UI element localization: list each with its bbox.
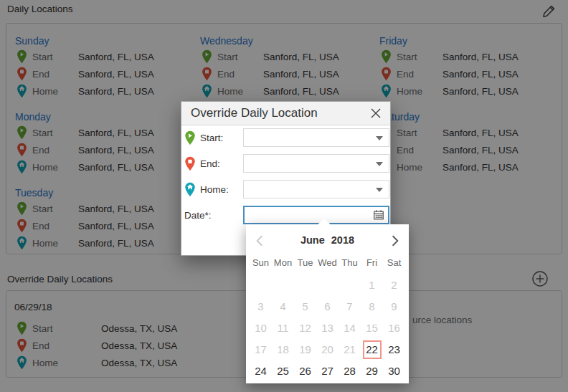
calendar-day-cell: 8 <box>361 296 383 317</box>
calendar-day-number: 26 <box>296 362 315 381</box>
calendar-day-number: 17 <box>252 340 270 359</box>
calendar-day-cell: 11 <box>272 317 294 339</box>
calendar-week-row: 10111213141516 <box>250 317 405 339</box>
home-dropdown[interactable] <box>243 180 389 199</box>
x-icon <box>369 110 382 122</box>
calendar-day-cell[interactable]: 28 <box>339 360 361 382</box>
start-field-label: Start: <box>200 133 223 143</box>
calendar-day-number: 21 <box>341 340 359 359</box>
next-month-button[interactable] <box>390 234 400 247</box>
calendar-week-row: 24252627282930 <box>250 360 405 382</box>
calendar-day-name: Fri <box>361 257 383 268</box>
calendar-day-cell: 14 <box>339 317 361 339</box>
calendar-day-cell: 6 <box>316 296 339 317</box>
calendar-day-number: 4 <box>274 297 293 316</box>
map-pin-end-icon <box>184 156 196 171</box>
home-field-row: Home: <box>181 180 390 199</box>
calendar-day-number: 19 <box>296 340 315 359</box>
screen: Daily Locations Sunday Start Sanford, FL… <box>0 0 568 392</box>
map-pin-stop-icon <box>184 156 196 171</box>
calendar-day-cell[interactable]: 29 <box>361 360 383 382</box>
calendar-grid: 1234567891011121314151617181920212223242… <box>250 274 405 382</box>
calendar-day-cell: 2 <box>383 274 405 296</box>
calendar-day-cell: 9 <box>383 296 405 317</box>
calendar-day-cell: 15 <box>361 317 383 339</box>
chevron-down-icon <box>376 136 383 140</box>
calendar-day-cell: 1 <box>361 274 383 296</box>
calendar-day-cell: 18 <box>272 339 294 360</box>
calendar-day-number: 23 <box>385 340 404 359</box>
chevron-down-icon <box>376 162 383 166</box>
calendar-day-cell: 13 <box>316 317 339 339</box>
calendar-day-number: 16 <box>385 319 404 338</box>
calendar-day-cell: 5 <box>294 296 316 317</box>
calendar-day-cell: 20 <box>316 339 339 360</box>
date-picker-popup: June2018 SunMonTueWedThuFriSat 123456789… <box>246 224 409 383</box>
calendar-day-cell: 21 <box>339 339 361 360</box>
calendar-day-cell[interactable]: 25 <box>272 360 294 382</box>
calendar-day-cell: 10 <box>250 317 272 339</box>
start-dropdown[interactable] <box>243 128 389 147</box>
date-input[interactable] <box>243 206 389 224</box>
start-field-row: Start: <box>181 128 390 147</box>
calendar-day-number: 30 <box>385 362 404 381</box>
calendar-empty-cell <box>316 274 339 296</box>
calendar-month-year: June2018 <box>246 234 409 246</box>
calendar-day-number: 29 <box>363 362 382 381</box>
calendar-day-name: Sat <box>383 257 405 268</box>
calendar-day-number: 13 <box>318 319 337 338</box>
end-field-row: End: <box>181 154 390 173</box>
end-dropdown[interactable] <box>243 154 389 173</box>
calendar-day-number: 5 <box>296 297 315 316</box>
calendar-day-cell[interactable]: 23 <box>383 339 405 360</box>
calendar-day-number: 3 <box>252 297 270 316</box>
date-field-row: Date*: <box>181 206 390 224</box>
calendar-day-number: 6 <box>318 297 337 316</box>
calendar-day-names: SunMonTueWedThuFriSat <box>250 257 405 268</box>
dialog-title: Override Daily Location <box>191 106 318 120</box>
calendar-day-number: 14 <box>341 319 359 338</box>
calendar-day-name: Sun <box>250 257 272 268</box>
calendar-day-cell[interactable]: 27 <box>316 360 339 382</box>
calendar-day-number: 2 <box>385 276 404 295</box>
calendar-day-cell: 16 <box>383 317 405 339</box>
calendar-header: June2018 <box>246 233 409 250</box>
calendar-day-number: 27 <box>318 362 337 381</box>
home-field-label: Home: <box>200 184 229 195</box>
calendar-day-cell[interactable]: 30 <box>383 360 405 382</box>
calendar-empty-cell <box>250 274 272 296</box>
date-field-label: Date*: <box>184 210 212 221</box>
calendar-year: 2018 <box>331 234 354 246</box>
close-button[interactable] <box>369 107 382 120</box>
calendar-day-number: 20 <box>318 340 337 359</box>
calendar-day-cell: 7 <box>339 296 361 317</box>
calendar-week-row: 12 <box>250 274 405 296</box>
calendar-empty-cell <box>294 274 316 296</box>
calendar-day-name: Wed <box>316 257 339 268</box>
calendar-day-number: 15 <box>363 319 382 338</box>
calendar-day-number: 28 <box>341 362 359 381</box>
calendar-day-number: 8 <box>363 297 382 316</box>
calendar-day-cell: 4 <box>272 296 294 317</box>
calendar-day-cell[interactable]: 26 <box>294 360 316 382</box>
calendar-today-cell[interactable]: 22 <box>361 339 383 360</box>
calendar-day-number: 22 <box>363 340 382 359</box>
calendar-week-row: 17181920212223 <box>250 339 405 360</box>
calendar-icon[interactable] <box>373 209 384 221</box>
calendar-day-number: 10 <box>252 319 270 338</box>
map-pin-play-icon <box>184 130 196 145</box>
calendar-day-cell: 3 <box>250 296 272 317</box>
calendar-day-cell: 19 <box>294 339 316 360</box>
map-pin-home-icon <box>184 182 196 197</box>
calendar-day-number: 11 <box>274 319 293 338</box>
calendar-day-cell[interactable]: 24 <box>250 360 272 382</box>
calendar-day-number: 1 <box>363 276 382 295</box>
calendar-day-number: 9 <box>385 297 404 316</box>
calendar-month: June <box>300 234 325 246</box>
calendar-day-name: Mon <box>272 257 294 268</box>
calendar-day-number: 18 <box>274 340 293 359</box>
calendar-empty-cell <box>339 274 361 296</box>
calendar-day-number: 12 <box>296 319 315 338</box>
end-field-label: End: <box>200 158 220 169</box>
chevron-down-icon <box>376 188 383 192</box>
